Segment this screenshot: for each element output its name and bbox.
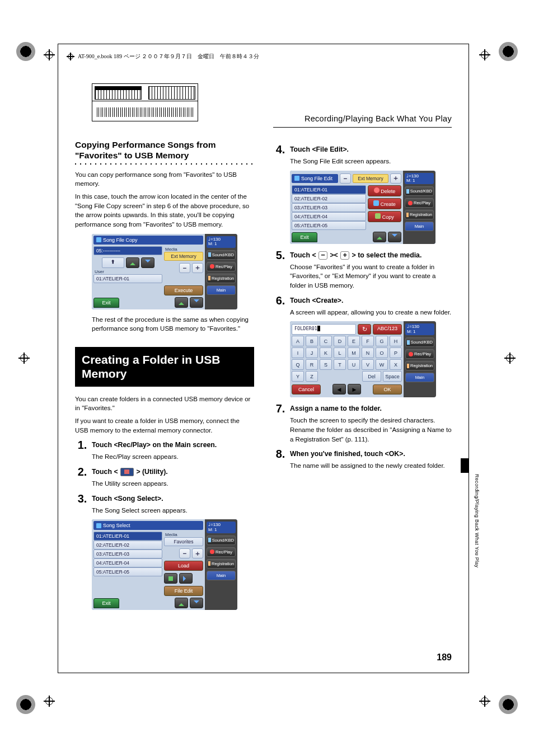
para-create-1: You can create folders in a connected US… (75, 395, 254, 413)
lcd-tempo-4: ♩=130M: 1 (405, 323, 434, 335)
lcd-side-reg-button: Registration (405, 361, 434, 370)
lcd-side-reg-button: Registration (207, 559, 236, 569)
step-5-sub: Choose "Favorites" if you want to create… (290, 262, 452, 290)
kb-row-4: Y Z Del Space (292, 371, 402, 382)
sound-icon (407, 340, 410, 345)
kb-key: S (320, 359, 332, 370)
lcd-copy-title: Song File Copy (103, 237, 138, 243)
kb-key: W (376, 359, 388, 370)
lcd-copy-nav-down-icon (190, 297, 203, 308)
rec-icon (409, 352, 413, 356)
kb-space-key: Space (383, 371, 402, 382)
lcd-edit-exit-button: Exit (292, 232, 317, 242)
lcd-copy-media-value: Ext Memory (164, 252, 203, 261)
step-7: 7. Assign a name to the folder. (273, 403, 452, 414)
lcd-side-main-button: Main (405, 373, 434, 382)
lcd-side-sound-button: Sound/KBD (207, 536, 236, 545)
lcd-side-reg-button: Registration (207, 274, 236, 283)
dot-rule (75, 163, 254, 165)
section-header-rule (273, 127, 452, 128)
kb-key: T (334, 359, 346, 370)
section-header-right: Recording/Playing Back What You Play (305, 114, 452, 123)
kb-key: X (390, 359, 402, 370)
lcd-edit-item: 04:ATELIER-04 (292, 212, 366, 221)
section-bar-creating-folder: Creating a Folder in USB Memory (75, 347, 254, 386)
lcd-select-item: 02:ATELIER-02 (93, 541, 162, 550)
kb-key: A (292, 336, 304, 346)
lcd-copy-user-value: 01:ATELIER-01 (93, 274, 162, 283)
rec-icon (408, 201, 413, 205)
lcd-copy-minus-icon: − (179, 263, 190, 273)
lcd-edit-item: 03:ATELIER-03 (292, 203, 366, 212)
kb-key: Y (292, 371, 304, 382)
lcd-edit-plus-icon: ＋ (390, 173, 401, 184)
kb-key: R (306, 359, 318, 370)
lcd-side-main-button: Main (405, 222, 434, 231)
lcd-edit-copy-button: Copy (368, 211, 401, 222)
para-copy-1: You can copy performance song from "Favo… (75, 170, 254, 189)
kb-key: F (362, 336, 374, 346)
step-6: 6. Touch <Create>. (273, 295, 452, 306)
lcd-select-stop-icon (164, 573, 177, 584)
kb-key: O (376, 348, 388, 358)
reg-icon (407, 364, 409, 368)
step-4-sub: The Song File Edit screen appears. (290, 157, 452, 166)
lcd-copy-plus-icon: ＋ (192, 263, 203, 273)
minus-key-icon: − (318, 251, 327, 260)
kb-key: B (306, 336, 318, 346)
lcd-copy-src: 05:----------- (93, 246, 162, 255)
kb-key: J (306, 348, 318, 358)
para-copy-3: The rest of the procedure is the same as… (92, 315, 254, 334)
lcd-name-left-icon: ◄ (332, 384, 346, 395)
kb-key: U (348, 359, 360, 370)
kb-key: N (362, 348, 374, 358)
kb-row-3: Q R S T U V W X (292, 359, 402, 370)
lcd-title-icon (96, 237, 101, 242)
lcd-edit-item: 05:ATELIER-05 (292, 221, 366, 230)
lcd-edit-delete-button: Delete (368, 185, 401, 196)
lcd-copy-user-label: User (95, 269, 162, 274)
kb-key: E (348, 336, 360, 346)
lcd-select-item: 01:ATELIER-01 (93, 532, 162, 541)
kb-key: I (292, 348, 304, 358)
sound-icon (208, 538, 211, 542)
lcd-name-mode-button: ABC/123 (373, 324, 402, 335)
step-2: 2. Touch < > (Utility). (75, 466, 254, 477)
step-2-text: Touch < > (Utility). (92, 466, 254, 477)
lcd-select-minus-icon: − (179, 548, 190, 558)
lcd-nav-up-icon (126, 257, 139, 268)
lcd-edit-create-button: Create (368, 198, 401, 209)
lcd-side-rec-button: Rec/Play (207, 547, 236, 557)
lcd-title-icon (96, 523, 101, 528)
reg-icon (208, 276, 210, 280)
lcd-side-reg-button: Registration (405, 210, 434, 219)
lcd-edit-minus-icon: − (340, 173, 351, 184)
subhead-copying: Copying Performance Songs from "Favorite… (75, 139, 254, 161)
kb-row-2: I J K L M N O P (292, 348, 402, 358)
book-header-text: AT-900_e.book 189 ページ ２００７年９月７日 金曜日 午前８時… (78, 53, 259, 60)
kb-key: V (362, 359, 374, 370)
step-8: 8. When you've finished, touch <OK>. (273, 448, 452, 459)
lcd-tempo-1: ♩=130M: 1 (207, 236, 236, 248)
lcd-copy-execute-button: Execute (164, 285, 203, 295)
lcd-side-main-button: Main (207, 571, 236, 580)
create-icon (373, 200, 379, 206)
lcd-select-nav-down-icon (190, 598, 203, 608)
side-vertical-text: Recording/Playing Back What You Play (474, 474, 480, 567)
step-5: 5. Touch < − >< + > to select the media. (273, 250, 452, 261)
lcd-name-ok-button: OK (373, 384, 402, 395)
step-6-sub: A screen will appear, allowing you to cr… (290, 308, 452, 317)
lcd-side-sound-button: Sound/KBD (207, 250, 236, 260)
lcd-select-play-icon (179, 573, 193, 584)
lcd-name-field: FOLDER01_ (292, 324, 356, 335)
lcd-edit-nav-up-icon (373, 232, 386, 242)
kb-key: Z (306, 371, 318, 382)
step-1-text: Touch <Rec/Play> on the Main screen. (92, 439, 254, 450)
step-3: 3. Touch <Song Select>. (75, 493, 254, 504)
kb-key: P (390, 348, 402, 358)
lcd-edit-nav-down-icon (388, 232, 401, 242)
lcd-nav-down-icon (141, 257, 154, 268)
sound-icon (208, 252, 211, 257)
lcd-name-entry: FOLDER01_ ↻ ABC/123 A B C D E F G H I J (290, 321, 435, 397)
lcd-select-title: Song Select (103, 523, 130, 528)
